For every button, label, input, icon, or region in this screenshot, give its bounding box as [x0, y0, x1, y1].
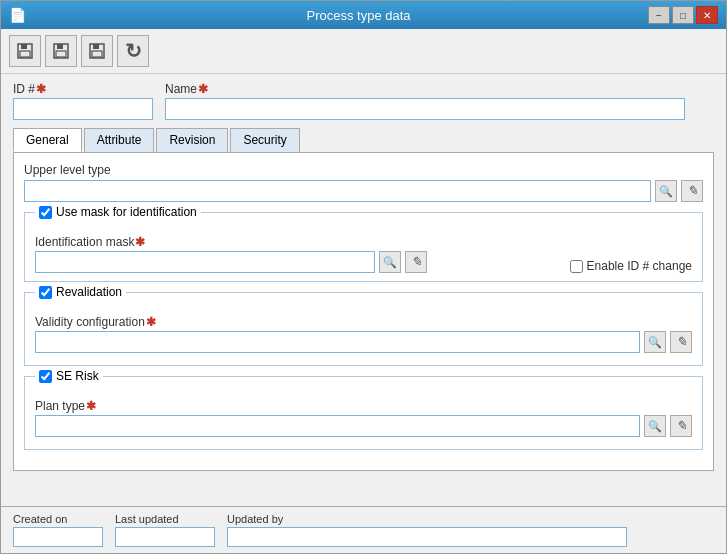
- created-on-value: [13, 527, 103, 547]
- updated-by-value: [227, 527, 627, 547]
- upper-level-type-row: Upper level type 🔍 ✎: [24, 163, 703, 202]
- window-title: Process type data: [69, 8, 648, 23]
- svg-rect-7: [93, 44, 99, 49]
- save-button-3[interactable]: [81, 35, 113, 67]
- created-on-field: Created on: [13, 513, 103, 547]
- close-button[interactable]: ✕: [696, 6, 718, 24]
- id-name-row: ID #✱ Name✱: [13, 82, 714, 120]
- maximize-button[interactable]: □: [672, 6, 694, 24]
- id-label: ID #✱: [13, 82, 153, 96]
- form-content: ID #✱ Name✱ General Attribute Revision S…: [1, 74, 726, 506]
- svg-rect-5: [56, 51, 66, 57]
- title-bar-buttons: − □ ✕: [648, 6, 718, 24]
- search-icon-4: 🔍: [648, 420, 662, 433]
- se-risk-checkbox[interactable]: [39, 370, 52, 383]
- export-icon: [88, 42, 106, 60]
- edit-icon-2: ✎: [411, 254, 422, 270]
- name-label: Name✱: [165, 82, 685, 96]
- id-field-group: ID #✱: [13, 82, 153, 120]
- minimize-button[interactable]: −: [648, 6, 670, 24]
- plan-type-search-button[interactable]: 🔍: [644, 415, 666, 437]
- upper-level-type-label: Upper level type: [24, 163, 703, 177]
- enable-id-change-checkbox[interactable]: [570, 260, 583, 273]
- status-bar: Created on Last updated Updated by: [1, 506, 726, 553]
- window-icon: 📄: [9, 7, 26, 23]
- svg-rect-4: [57, 44, 63, 49]
- se-risk-legend: SE Risk: [35, 369, 103, 383]
- last-updated-label: Last updated: [115, 513, 215, 525]
- plan-type-input-row: 🔍 ✎: [35, 415, 692, 437]
- last-updated-value: [115, 527, 215, 547]
- upper-level-edit-button[interactable]: ✎: [681, 180, 703, 202]
- save-button-2[interactable]: [45, 35, 77, 67]
- id-mask-search-button[interactable]: 🔍: [379, 251, 401, 273]
- id-mask-input-row: 🔍 ✎: [35, 251, 552, 273]
- name-field-group: Name✱: [165, 82, 685, 120]
- validity-edit-button[interactable]: ✎: [670, 331, 692, 353]
- svg-rect-2: [20, 51, 30, 57]
- edit-icon: ✎: [687, 183, 698, 199]
- plan-type-edit-button[interactable]: ✎: [670, 415, 692, 437]
- search-icon-2: 🔍: [383, 256, 397, 269]
- id-required-marker: ✱: [36, 82, 46, 96]
- save-icon-1: [16, 42, 34, 60]
- enable-id-change-label: Enable ID # change: [587, 259, 692, 273]
- updated-by-field: Updated by: [227, 513, 627, 547]
- identification-mask-input[interactable]: [35, 251, 375, 273]
- search-icon: 🔍: [659, 185, 673, 198]
- toolbar: ↻: [1, 29, 726, 74]
- tab-security[interactable]: Security: [230, 128, 299, 152]
- use-mask-legend: Use mask for identification: [35, 205, 201, 219]
- refresh-button[interactable]: ↻: [117, 35, 149, 67]
- id-mask-label: Identification mask✱: [35, 235, 552, 249]
- identification-mask-row: Identification mask✱ 🔍 ✎: [35, 235, 692, 273]
- plan-type-required: ✱: [86, 399, 96, 413]
- created-on-label: Created on: [13, 513, 103, 525]
- validity-config-label: Validity configuration✱: [35, 315, 692, 329]
- use-mask-section: Use mask for identification Identificati…: [24, 212, 703, 282]
- plan-type-label: Plan type✱: [35, 399, 692, 413]
- tab-attribute[interactable]: Attribute: [84, 128, 155, 152]
- validity-required: ✱: [146, 315, 156, 329]
- main-window: 📄 Process type data − □ ✕: [0, 0, 727, 554]
- name-input[interactable]: [165, 98, 685, 120]
- use-mask-checkbox[interactable]: [39, 206, 52, 219]
- validity-config-input[interactable]: [35, 331, 640, 353]
- revalidation-legend: Revalidation: [35, 285, 126, 299]
- edit-icon-4: ✎: [676, 418, 687, 434]
- svg-rect-1: [21, 44, 27, 49]
- name-required-marker: ✱: [198, 82, 208, 96]
- tabs-container: General Attribute Revision Security: [13, 128, 714, 152]
- tab-general[interactable]: General: [13, 128, 82, 152]
- upper-level-search-button[interactable]: 🔍: [655, 180, 677, 202]
- revalidation-checkbox[interactable]: [39, 286, 52, 299]
- validity-config-input-row: 🔍 ✎: [35, 331, 692, 353]
- upper-level-type-input[interactable]: [24, 180, 651, 202]
- enable-id-change-group: Enable ID # change: [570, 259, 692, 273]
- upper-level-input-row: 🔍 ✎: [24, 180, 703, 202]
- plan-type-field: Plan type✱ 🔍 ✎: [35, 399, 692, 437]
- id-mask-required: ✱: [135, 235, 145, 249]
- search-icon-3: 🔍: [648, 336, 662, 349]
- revalidation-section: Revalidation Validity configuration✱ 🔍 ✎: [24, 292, 703, 366]
- tab-content-general: Upper level type 🔍 ✎ Use mask for identi…: [13, 152, 714, 471]
- id-mask-edit-button[interactable]: ✎: [405, 251, 427, 273]
- title-bar: 📄 Process type data − □ ✕: [1, 1, 726, 29]
- identification-mask-field: Identification mask✱ 🔍 ✎: [35, 235, 552, 273]
- revalidation-label: Revalidation: [56, 285, 122, 299]
- updated-by-label: Updated by: [227, 513, 627, 525]
- se-risk-section: SE Risk Plan type✱ 🔍 ✎: [24, 376, 703, 450]
- svg-rect-8: [92, 51, 102, 57]
- tab-revision[interactable]: Revision: [156, 128, 228, 152]
- id-input[interactable]: [13, 98, 153, 120]
- validity-config-field: Validity configuration✱ 🔍 ✎: [35, 315, 692, 353]
- use-mask-label: Use mask for identification: [56, 205, 197, 219]
- plan-type-input[interactable]: [35, 415, 640, 437]
- last-updated-field: Last updated: [115, 513, 215, 547]
- se-risk-label: SE Risk: [56, 369, 99, 383]
- save-button-1[interactable]: [9, 35, 41, 67]
- save-icon-2: [52, 42, 70, 60]
- edit-icon-3: ✎: [676, 334, 687, 350]
- validity-search-button[interactable]: 🔍: [644, 331, 666, 353]
